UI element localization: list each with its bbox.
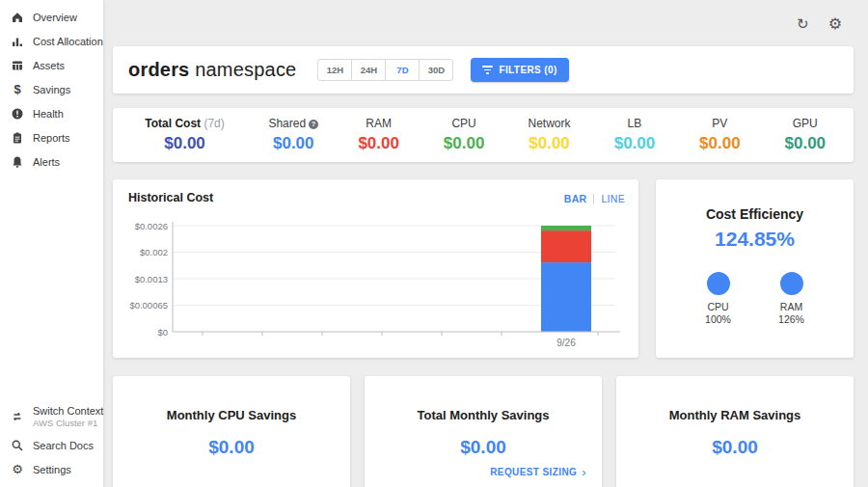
stat-value: $0.00: [506, 134, 591, 153]
switch-context-label: Switch Context: [33, 405, 103, 417]
savings-card-value: $0.00: [365, 437, 602, 458]
gear-icon[interactable]: ⚙: [828, 16, 842, 31]
x-tick-label: 9/26: [556, 338, 576, 348]
stat-label: Total Cost (7d): [119, 117, 251, 130]
stat-gpu: GPU $0.00: [763, 117, 848, 153]
stat-value: $0.00: [592, 134, 677, 153]
cost-efficiency-card: Cost Efficiency 124.85% CPU 100% RAM 126…: [656, 179, 854, 358]
sidebar-item-switch-context[interactable]: Switch Context AWS Cluster #1: [0, 400, 103, 433]
sidebar-item-label: Health: [33, 108, 64, 120]
efficiency-title: Cost Efficiency: [656, 206, 854, 222]
savings-card-title: Total Monthly Savings: [365, 408, 602, 422]
bar-chart-icon: [11, 35, 24, 48]
ram-donut-label: RAM 126%: [764, 301, 820, 326]
header-card: orders namespace 12H 24H 7D 30D FILTERS …: [113, 46, 854, 94]
range-button-30d[interactable]: 30D: [419, 59, 453, 81]
bar-segment-red[interactable]: [541, 230, 591, 262]
savings-card-title: Monthly CPU Savings: [113, 408, 350, 422]
stat-label: CPU: [421, 117, 506, 130]
y-tick-label: $0.002: [140, 247, 168, 257]
stat-ram: RAM $0.00: [336, 117, 420, 153]
stat-cpu: CPU $0.00: [421, 117, 506, 153]
dollar-icon: $: [11, 83, 24, 96]
y-tick-label: $0: [157, 327, 168, 338]
filters-button-label: FILTERS (0): [499, 65, 556, 75]
filters-button[interactable]: FILTERS (0): [471, 58, 568, 82]
gear-icon: ⚙: [11, 463, 24, 476]
sidebar-item-overview[interactable]: Overview: [0, 5, 103, 29]
monthly-cpu-savings-card: Monthly CPU Savings $0.00: [113, 376, 350, 487]
stat-shared: Shared? $0.00: [251, 117, 336, 153]
efficiency-donuts: CPU 100% RAM 126%: [656, 272, 854, 326]
stat-label: Network: [506, 117, 591, 130]
page-title: orders namespace: [128, 59, 296, 81]
sidebar-item-label: Savings: [33, 84, 70, 95]
sidebar-item-label: Assets: [33, 60, 65, 71]
cpu-donut: CPU 100%: [691, 272, 746, 326]
y-tick-label: $0.0026: [135, 221, 168, 231]
time-range-group: 12H 24H 7D 30D: [317, 59, 453, 81]
stat-total-cost: Total Cost (7d) $0.00: [119, 117, 251, 153]
chevron-right-icon: ›: [582, 468, 586, 477]
stat-value: $0.00: [251, 134, 336, 153]
swap-arrows-icon: [11, 410, 24, 423]
sidebar-item-settings[interactable]: ⚙ Settings: [0, 457, 103, 481]
sidebar-item-savings[interactable]: $ Savings: [0, 77, 103, 101]
cpu-donut-label: CPU 100%: [691, 301, 746, 326]
stat-label: LB: [592, 117, 677, 130]
clipboard-icon: [11, 131, 24, 145]
range-button-12h[interactable]: 12H: [317, 59, 352, 81]
stat-label: GPU: [763, 117, 848, 130]
sidebar-item-reports[interactable]: Reports: [0, 125, 103, 149]
historical-cost-card: Historical Cost BAR LINE: [113, 179, 638, 358]
bell-icon: [11, 155, 24, 169]
stat-value: $0.00: [119, 134, 251, 153]
toggle-bar[interactable]: BAR: [564, 193, 587, 204]
filter-icon: [482, 66, 493, 74]
stat-lb: LB $0.00: [592, 117, 677, 153]
sidebar-item-label: Search Docs: [33, 440, 94, 451]
ram-donut-ring: [780, 272, 803, 295]
sidebar-item-cost-allocation[interactable]: Cost Allocation: [0, 29, 103, 53]
topbar: ↻ ⚙: [113, 0, 854, 46]
bar-segment-blue[interactable]: [541, 262, 591, 332]
sidebar-item-health[interactable]: Health: [0, 101, 103, 125]
savings-card-title: Monthly RAM Savings: [616, 408, 854, 422]
search-icon: [11, 439, 24, 452]
refresh-icon[interactable]: ↻: [797, 16, 809, 31]
request-sizing-link[interactable]: REQUEST SIZING ›: [490, 467, 586, 477]
stat-value: $0.00: [677, 134, 762, 153]
range-button-7d[interactable]: 7D: [385, 59, 420, 81]
info-icon[interactable]: ?: [309, 120, 318, 129]
bar-segment-green[interactable]: [541, 226, 591, 230]
sidebar-item-label: Settings: [33, 464, 71, 475]
page-title-rest: namespace: [195, 59, 296, 80]
cpu-donut-ring: [707, 272, 730, 295]
efficiency-value: 124.85%: [656, 228, 854, 251]
sidebar-item-search-docs[interactable]: Search Docs: [0, 433, 103, 457]
stat-label: PV: [677, 117, 762, 130]
home-icon: [11, 11, 24, 24]
sidebar-item-label: Reports: [33, 132, 70, 144]
cluster-name: AWS Cluster #1: [33, 418, 103, 428]
sidebar-item-alerts[interactable]: Alerts: [0, 149, 103, 174]
stat-label: RAM: [336, 117, 420, 130]
stat-value: $0.00: [421, 134, 506, 153]
stat-suffix: (7d): [203, 117, 224, 130]
assets-grid-icon: [11, 59, 24, 72]
range-button-24h[interactable]: 24H: [351, 59, 386, 81]
toggle-line[interactable]: LINE: [601, 193, 625, 204]
savings-card-value: $0.00: [616, 437, 854, 458]
stat-pv: PV $0.00: [677, 117, 762, 153]
monthly-ram-savings-card: Monthly RAM Savings $0.00: [616, 376, 854, 487]
toggle-divider: [593, 194, 594, 204]
y-tick-label: $0.00065: [129, 300, 168, 311]
historical-cost-chart: $0.0026 $0.002 $0.0013 $0.00065 $0 9/26: [128, 210, 627, 352]
sidebar-footer: Switch Context AWS Cluster #1 Search Doc…: [0, 400, 103, 487]
ram-donut: RAM 126%: [764, 272, 820, 326]
sidebar: Overview Cost Allocation Assets $ Saving…: [0, 0, 103, 487]
page-title-bold: orders: [128, 59, 189, 80]
alert-circle-icon: [11, 107, 24, 121]
stats-card: Total Cost (7d) $0.00 Shared? $0.00 RAM …: [113, 108, 854, 162]
sidebar-item-assets[interactable]: Assets: [0, 53, 103, 77]
